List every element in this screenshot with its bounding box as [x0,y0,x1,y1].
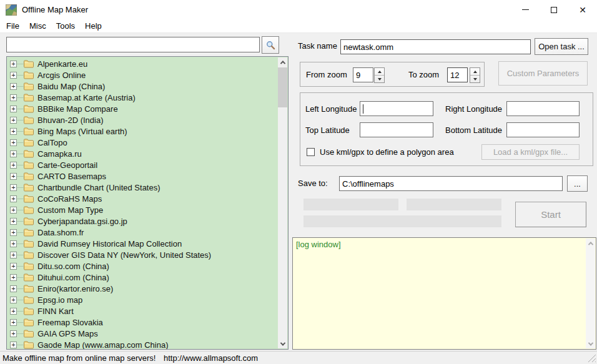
tree-scrollbar[interactable] [278,57,287,348]
search-button[interactable] [262,36,279,54]
from-zoom-input[interactable] [353,67,373,82]
expand-plus-icon[interactable] [10,72,17,79]
expand-plus-icon[interactable] [10,83,17,90]
tree-item[interactable]: Ditu.so.com (China) [7,260,278,272]
expand-plus-icon[interactable] [10,330,17,337]
tree-item[interactable]: Cyberjapandata.gsi.go.jp [7,215,278,227]
folder-icon [24,262,34,270]
tree-item[interactable]: Carte-Geoportail [7,159,278,170]
menu-file[interactable]: File [1,19,24,33]
tree-item-label: David Rumsey Historical Map Collection [37,239,182,248]
log-scrollbar[interactable] [586,239,595,348]
tree-item[interactable]: CalTopo [7,137,278,148]
kml-checkbox-label[interactable]: Use kml/gpx to define a polygon area [320,147,454,157]
folder-icon [24,94,34,102]
tree-item[interactable]: FINN Kart [7,305,278,317]
scroll-up-icon[interactable] [278,57,287,67]
tree-connector [17,187,23,188]
expand-plus-icon[interactable] [10,184,17,191]
right-longitude-input[interactable] [506,101,580,116]
scroll-down-icon[interactable] [586,339,595,348]
expand-plus-icon[interactable] [10,173,17,180]
menu-misc[interactable]: Misc [24,19,51,33]
expand-plus-icon[interactable] [10,274,17,281]
tree-item[interactable]: CoCoRaHS Maps [7,193,278,204]
kml-checkbox[interactable] [307,148,315,156]
tree-item[interactable]: Dituhui.com (China) [7,272,278,283]
save-path-input[interactable] [339,176,563,191]
left-longitude-input[interactable] [360,101,433,116]
expand-plus-icon[interactable] [10,207,17,214]
menu-tools[interactable]: Tools [51,19,80,33]
spin-down-icon[interactable] [375,76,384,82]
tree-item-label: Bing Maps (Virtual earth) [37,127,127,136]
expand-plus-icon[interactable] [10,229,17,236]
custom-parameters-button[interactable]: Custom Parameters [498,61,588,86]
spin-up-icon[interactable] [470,68,480,76]
tree-item[interactable]: Bing Maps (Virtual earth) [7,125,278,137]
minimize-button[interactable] [511,0,540,19]
expand-plus-icon[interactable] [10,319,17,326]
tree-item[interactable]: GAIA GPS Maps [7,328,278,339]
tree-item[interactable]: David Rumsey Historical Map Collection [7,238,278,249]
load-kml-button[interactable]: Load a kml/gpx file... [481,144,580,160]
tree-item[interactable]: Epsg.io map [7,294,278,305]
expand-plus-icon[interactable] [10,117,17,124]
search-input[interactable] [6,37,260,52]
expand-plus-icon[interactable] [10,195,17,202]
tree-item[interactable]: Baidu Map (China) [7,81,278,92]
tree-item-label: Baidu Map (China) [37,82,105,91]
spin-up-icon[interactable] [375,68,384,76]
expand-plus-icon[interactable] [10,61,17,67]
tree-connector [17,210,23,210]
expand-plus-icon[interactable] [10,285,17,292]
menu-help[interactable]: Help [80,19,107,33]
tree-item[interactable]: Data.shom.fr [7,227,278,238]
tree-item[interactable]: Discover GIS Data NY (NewYork, United St… [7,249,278,260]
expand-plus-icon[interactable] [10,162,17,169]
expand-plus-icon[interactable] [10,106,17,112]
resize-grip-icon[interactable] [587,353,596,362]
from-zoom-stepper[interactable] [374,67,385,83]
scroll-down-icon[interactable] [278,339,287,348]
expand-plus-icon[interactable] [10,240,17,247]
expand-plus-icon[interactable] [10,128,17,135]
to-zoom-input[interactable] [447,67,468,82]
expand-plus-icon[interactable] [10,94,17,101]
expand-plus-icon[interactable] [10,150,17,157]
top-latitude-input[interactable] [360,122,433,137]
expand-plus-icon[interactable] [10,218,17,225]
open-task-button[interactable]: Open task ... [535,38,588,55]
expand-plus-icon[interactable] [10,308,17,315]
tree-item[interactable]: Camapka.ru [7,148,278,159]
close-button[interactable]: ✕ [568,0,597,19]
start-button[interactable]: Start [515,202,586,227]
bottom-latitude-input[interactable] [506,122,580,137]
tree-item[interactable]: BBBike Map Compare [7,103,278,114]
expand-plus-icon[interactable] [10,252,17,258]
tree-item[interactable]: Alpenkarte.eu [7,58,278,69]
tree-item[interactable]: Basemap.at Karte (Austria) [7,92,278,103]
window-controls: ✕ [511,0,597,19]
expand-plus-icon[interactable] [10,297,17,303]
tree-item[interactable]: Freemap Slovakia [7,317,278,328]
tree-item[interactable]: Chartbundle Chart (United States) [7,182,278,193]
tree-item[interactable]: Bhuvan-2D (India) [7,114,278,125]
expand-plus-icon[interactable] [10,342,17,348]
tree-scrollbar-thumb[interactable] [278,67,287,107]
expand-plus-icon[interactable] [10,139,17,146]
scroll-up-icon[interactable] [586,239,595,248]
tree-item[interactable]: Gaode Map (www.amap.com China) [7,339,278,350]
spin-down-icon[interactable] [470,76,480,82]
tree-item[interactable]: Custom Map Type [7,204,278,215]
log-window[interactable]: [log window] [292,237,596,350]
tree-item[interactable]: Arcgis Online [7,69,278,81]
task-name-input[interactable] [340,39,531,54]
browse-button[interactable]: ... [567,175,588,192]
maximize-button[interactable] [540,0,568,19]
to-zoom-stepper[interactable] [470,67,480,83]
expand-plus-icon[interactable] [10,263,17,270]
status-message: Make offline map from online map servers… [2,353,155,363]
tree-item[interactable]: Eniro(kartor.eniro.se) [7,283,278,294]
tree-item[interactable]: CARTO Basemaps [7,170,278,182]
